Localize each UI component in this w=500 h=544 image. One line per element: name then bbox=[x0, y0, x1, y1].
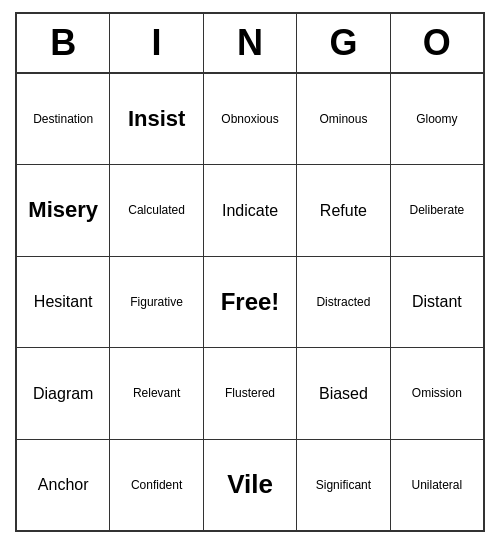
grid-row-0: DestinationInsistObnoxiousOminousGloomy bbox=[17, 74, 483, 165]
cell-1-3: Refute bbox=[297, 165, 390, 255]
cell-2-3: Distracted bbox=[297, 257, 390, 347]
header-letter-B: B bbox=[17, 14, 110, 72]
cell-2-4: Distant bbox=[391, 257, 483, 347]
bingo-card: BINGO DestinationInsistObnoxiousOminousG… bbox=[15, 12, 485, 532]
cell-4-3: Significant bbox=[297, 440, 390, 530]
header-letter-G: G bbox=[297, 14, 390, 72]
header-letter-O: O bbox=[391, 14, 483, 72]
cell-3-1: Relevant bbox=[110, 348, 203, 438]
grid-row-3: DiagramRelevantFlusteredBiasedOmission bbox=[17, 348, 483, 439]
cell-3-0: Diagram bbox=[17, 348, 110, 438]
grid-row-1: MiseryCalculatedIndicateRefuteDeliberate bbox=[17, 165, 483, 256]
cell-3-4: Omission bbox=[391, 348, 483, 438]
header-letter-N: N bbox=[204, 14, 297, 72]
grid-row-4: AnchorConfidentVileSignificantUnilateral bbox=[17, 440, 483, 530]
cell-4-2: Vile bbox=[204, 440, 297, 530]
cell-4-4: Unilateral bbox=[391, 440, 483, 530]
header-letter-I: I bbox=[110, 14, 203, 72]
cell-2-2: Free! bbox=[204, 257, 297, 347]
bingo-grid: DestinationInsistObnoxiousOminousGloomyM… bbox=[17, 74, 483, 530]
cell-3-2: Flustered bbox=[204, 348, 297, 438]
cell-3-3: Biased bbox=[297, 348, 390, 438]
cell-0-2: Obnoxious bbox=[204, 74, 297, 164]
cell-0-1: Insist bbox=[110, 74, 203, 164]
cell-1-4: Deliberate bbox=[391, 165, 483, 255]
cell-1-2: Indicate bbox=[204, 165, 297, 255]
cell-0-4: Gloomy bbox=[391, 74, 483, 164]
cell-1-0: Misery bbox=[17, 165, 110, 255]
cell-4-1: Confident bbox=[110, 440, 203, 530]
cell-4-0: Anchor bbox=[17, 440, 110, 530]
bingo-header: BINGO bbox=[17, 14, 483, 74]
cell-1-1: Calculated bbox=[110, 165, 203, 255]
cell-2-0: Hesitant bbox=[17, 257, 110, 347]
cell-2-1: Figurative bbox=[110, 257, 203, 347]
grid-row-2: HesitantFigurativeFree!DistractedDistant bbox=[17, 257, 483, 348]
cell-0-0: Destination bbox=[17, 74, 110, 164]
cell-0-3: Ominous bbox=[297, 74, 390, 164]
